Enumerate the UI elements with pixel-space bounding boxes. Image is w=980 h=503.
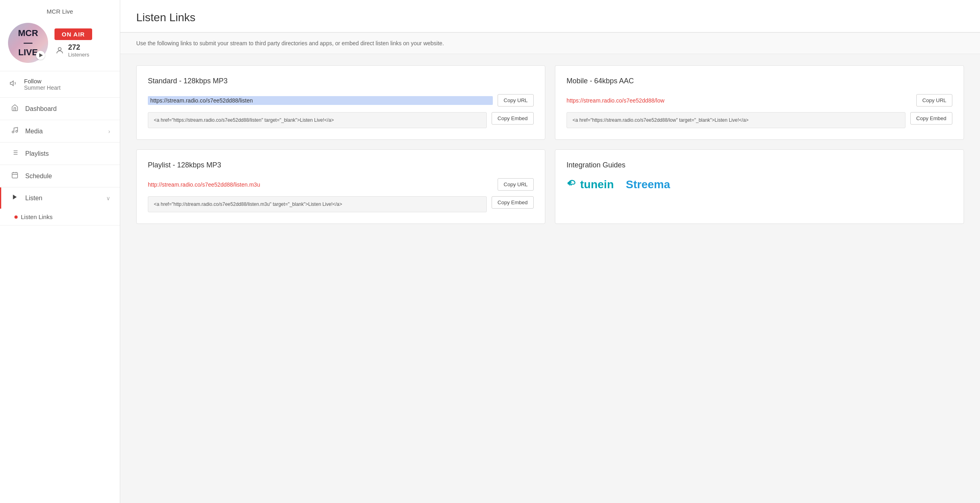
follow-sublabel: Summer Heart [24,85,60,91]
calendar-icon [11,171,19,181]
follow-section[interactable]: Follow Summer Heart [0,71,120,97]
playlist-url-row: http://stream.radio.co/s7ee52dd88/listen… [148,178,534,191]
streema-logo[interactable]: Streema [626,178,670,191]
sidebar: MCR Live MCR—LIVE ON AIR 272 Listeners [0,0,120,503]
list-icon [11,149,19,158]
sidebar-item-schedule[interactable]: Schedule [0,165,120,187]
listeners-label: Listeners [68,52,89,58]
playlists-label: Playlists [25,150,110,157]
station-info: ON AIR 272 Listeners [54,28,92,58]
station-avatar[interactable]: MCR—LIVE [8,23,48,63]
mobile-copy-embed-button[interactable]: Copy Embed [910,112,952,125]
info-text: Use the following links to submit your s… [136,40,444,46]
sidebar-item-media[interactable]: Media › [0,120,120,142]
page-header: Listen Links [120,0,980,32]
tunein-logo[interactable]: tunein [567,178,614,191]
playlist-copy-embed-button[interactable]: Copy Embed [492,196,534,209]
svg-point-2 [12,131,14,133]
dashboard-label: Dashboard [25,105,110,113]
card-playlist-title: Playlist - 128kbps MP3 [148,161,534,169]
sidebar-item-dashboard[interactable]: Dashboard [0,98,120,120]
integration-title: Integration Guides [567,161,952,169]
follow-label: Follow [24,78,60,85]
chevron-right-icon: › [108,128,110,135]
listen-links-label: Listen Links [21,213,52,220]
music-icon [11,127,19,136]
standard-url-row: https://stream.radio.co/s7ee52dd88/liste… [148,94,534,107]
card-playlist: Playlist - 128kbps MP3 http://stream.rad… [136,149,545,224]
mobile-embed-row: <a href="https://stream.radio.co/s7ee52d… [567,112,952,128]
sidebar-item-listen[interactable]: Listen ∨ [0,187,120,209]
svg-marker-1 [10,81,14,86]
play-icon [11,194,19,202]
streema-label: Streema [626,178,670,191]
svg-rect-10 [12,173,18,178]
listeners-icon [54,45,65,56]
cards-grid: Standard - 128kbps MP3 https://stream.ra… [120,54,980,235]
card-mobile-title: Mobile - 64kbps AAC [567,77,952,85]
main-content: Listen Links Use the following links to … [120,0,980,503]
media-label: Media [25,128,102,135]
sidebar-item-listen-links[interactable]: Listen Links [0,209,120,225]
mobile-url-row: https://stream.radio.co/s7ee52dd88/low C… [567,94,952,107]
speaker-icon [10,79,18,89]
svg-point-0 [58,47,61,50]
station-profile: MCR—LIVE ON AIR 272 Listeners [0,19,120,71]
page-title: Listen Links [136,11,964,24]
sidebar-item-playlists[interactable]: Playlists [0,143,120,165]
playlist-embed-row: <a href="http://stream.radio.co/s7ee52dd… [148,196,534,212]
chevron-down-icon: ∨ [106,195,110,201]
integration-logos: tunein Streema [567,178,952,191]
card-mobile: Mobile - 64kbps AAC https://stream.radio… [555,65,964,140]
tunein-label: tunein [580,178,614,191]
playlist-url: http://stream.radio.co/s7ee52dd88/listen… [148,181,493,188]
avatar-initials: MCR—LIVE [18,28,38,58]
playlist-copy-url-button[interactable]: Copy URL [498,178,534,191]
mobile-embed-code: <a href="https://stream.radio.co/s7ee52d… [567,112,905,128]
listen-label: Listen [25,195,100,202]
home-icon [11,104,19,113]
on-air-badge: ON AIR [54,28,92,40]
listeners-row: 272 Listeners [54,43,92,58]
standard-embed-code: <a href="https://stream.radio.co/s7ee52d… [148,112,487,128]
standard-copy-url-button[interactable]: Copy URL [498,94,534,107]
svg-marker-14 [13,195,16,199]
mobile-url: https://stream.radio.co/s7ee52dd88/low [567,97,911,104]
divider-7 [0,225,120,225]
playlist-embed-code: <a href="http://stream.radio.co/s7ee52dd… [148,196,487,212]
standard-copy-embed-button[interactable]: Copy Embed [492,112,534,125]
mobile-copy-url-button[interactable]: Copy URL [916,94,952,107]
standard-embed-row: <a href="https://stream.radio.co/s7ee52d… [148,112,534,128]
listeners-count: 272 [68,43,89,52]
card-standard-title: Standard - 128kbps MP3 [148,77,534,85]
schedule-label: Schedule [25,173,110,180]
play-button-icon[interactable] [36,51,45,60]
card-standard: Standard - 128kbps MP3 https://stream.ra… [136,65,545,140]
info-banner: Use the following links to submit your s… [120,32,980,54]
card-integration: Integration Guides tunein Streema [555,149,964,224]
station-name: MCR Live [0,0,120,19]
standard-url: https://stream.radio.co/s7ee52dd88/liste… [148,96,493,105]
follow-text: Follow Summer Heart [24,78,60,91]
svg-point-3 [16,131,18,133]
